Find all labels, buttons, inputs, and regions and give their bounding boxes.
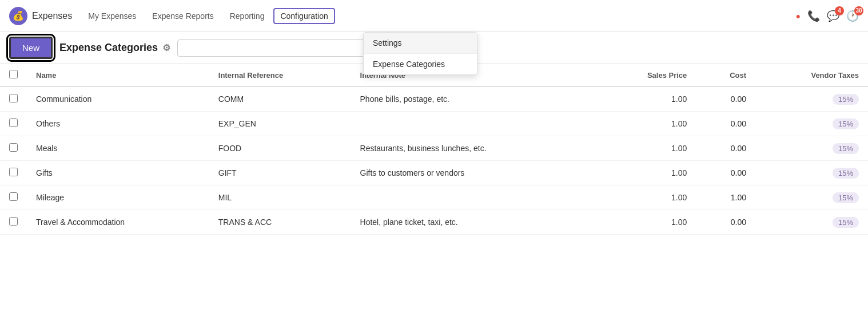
row-vendor-taxes: 15% [755, 210, 868, 235]
row-checkbox-cell[interactable] [0, 185, 27, 210]
table-row[interactable]: Others EXP_GEN 1.00 0.00 15% [0, 112, 868, 136]
row-sales-price: 1.00 [598, 86, 696, 112]
expense-categories-table: Name Internal Reference Internal Note Sa… [0, 64, 868, 235]
col-header-sales-price[interactable]: Sales Price [598, 64, 696, 86]
row-name[interactable]: Others [27, 112, 209, 136]
row-checkbox-cell[interactable] [0, 161, 27, 185]
row-checkbox[interactable] [9, 192, 18, 201]
nav-item-expense-reports[interactable]: Expense Reports [145, 8, 220, 24]
row-internal-note [351, 185, 598, 210]
row-checkbox[interactable] [9, 143, 18, 152]
vendor-tax-badge: 15% [833, 94, 859, 105]
row-internal-note: Gifts to customers or vendors [351, 161, 598, 185]
row-internal-reference: FOOD [209, 136, 351, 161]
header-select-all-cell[interactable] [0, 64, 27, 86]
table-row[interactable]: Gifts GIFT Gifts to customers or vendors… [0, 161, 868, 185]
row-internal-reference: TRANS & ACC [209, 210, 351, 235]
notification-icon-btn[interactable]: ● [796, 11, 801, 21]
app-name: Expenses [32, 11, 72, 21]
dropdown-item-expense-categories[interactable]: Expense Categories [364, 54, 477, 74]
clock-badge: 30 [854, 6, 863, 15]
row-cost: 0.00 [696, 136, 755, 161]
nav-item-configuration[interactable]: Configuration [273, 8, 335, 24]
row-internal-reference: MIL [209, 185, 351, 210]
nav-item-reporting[interactable]: Reporting [223, 8, 272, 24]
row-vendor-taxes: 15% [755, 185, 868, 210]
row-sales-price: 1.00 [598, 161, 696, 185]
row-checkbox-cell[interactable] [0, 210, 27, 235]
row-internal-note: Hotel, plane ticket, taxi, etc. [351, 210, 598, 235]
table-row[interactable]: Mileage MIL 1.00 1.00 15% [0, 185, 868, 210]
chat-icon-btn[interactable]: 💬 4 [827, 10, 839, 22]
row-sales-price: 1.00 [598, 185, 696, 210]
nav-logo[interactable]: 💰 Expenses [9, 7, 72, 25]
nav-menu: My Expenses Expense Reports Reporting Co… [81, 8, 791, 24]
chat-badge: 4 [835, 6, 844, 15]
table-row[interactable]: Travel & Accommodation TRANS & ACC Hotel… [0, 210, 868, 235]
notification-dot-icon: ● [796, 11, 801, 21]
row-cost: 1.00 [696, 185, 755, 210]
col-header-cost[interactable]: Cost [696, 64, 755, 86]
row-name[interactable]: Gifts [27, 161, 209, 185]
select-all-checkbox[interactable] [9, 70, 18, 78]
row-vendor-taxes: 15% [755, 161, 868, 185]
app-logo-icon: 💰 [9, 7, 27, 25]
row-cost: 0.00 [696, 210, 755, 235]
table-body: Communication COMM Phone bills, postage,… [0, 86, 868, 235]
vendor-tax-badge: 15% [833, 192, 859, 203]
row-internal-note [351, 112, 598, 136]
row-internal-note: Phone bills, postage, etc. [351, 86, 598, 112]
row-internal-reference: COMM [209, 86, 351, 112]
vendor-tax-badge: 15% [833, 143, 859, 154]
row-sales-price: 1.00 [598, 210, 696, 235]
clock-icon-btn[interactable]: 🕐 30 [846, 10, 859, 22]
row-vendor-taxes: 15% [755, 112, 868, 136]
new-button[interactable]: New [9, 37, 53, 59]
row-cost: 0.00 [696, 86, 755, 112]
row-checkbox-cell[interactable] [0, 136, 27, 161]
row-vendor-taxes: 15% [755, 86, 868, 112]
nav-right: ● 📞 💬 4 🕐 30 [796, 10, 859, 22]
row-internal-reference: GIFT [209, 161, 351, 185]
phone-icon: 📞 [807, 10, 820, 22]
phone-icon-btn[interactable]: 📞 [807, 10, 820, 22]
vendor-tax-badge: 15% [833, 217, 859, 228]
row-name[interactable]: Mileage [27, 185, 209, 210]
page-title-text: Expense Categories [59, 42, 158, 54]
row-checkbox[interactable] [9, 118, 18, 127]
row-vendor-taxes: 15% [755, 136, 868, 161]
row-sales-price: 1.00 [598, 136, 696, 161]
dropdown-item-settings[interactable]: Settings [364, 33, 477, 53]
navbar: 💰 Expenses My Expenses Expense Reports R… [0, 0, 868, 32]
row-checkbox[interactable] [9, 217, 18, 226]
row-checkbox-cell[interactable] [0, 86, 27, 112]
col-header-name[interactable]: Name [27, 64, 209, 86]
col-header-internal-reference[interactable]: Internal Reference [209, 64, 351, 86]
row-checkbox[interactable] [9, 168, 18, 176]
vendor-tax-badge: 15% [833, 118, 859, 129]
page-title-container: Expense Categories ⚙ [59, 42, 170, 54]
row-name[interactable]: Communication [27, 86, 209, 112]
row-name[interactable]: Meals [27, 136, 209, 161]
row-internal-note: Restaurants, business lunches, etc. [351, 136, 598, 161]
settings-gear-icon[interactable]: ⚙ [162, 42, 170, 53]
row-checkbox[interactable] [9, 94, 18, 102]
row-sales-price: 1.00 [598, 112, 696, 136]
expense-categories-table-container: Name Internal Reference Internal Note Sa… [0, 64, 868, 235]
row-checkbox-cell[interactable] [0, 112, 27, 136]
nav-item-my-expenses[interactable]: My Expenses [81, 8, 143, 24]
col-header-vendor-taxes[interactable]: Vendor Taxes [755, 64, 868, 86]
table-row[interactable]: Meals FOOD Restaurants, business lunches… [0, 136, 868, 161]
configuration-dropdown-menu: Settings Expense Categories [363, 32, 477, 75]
vendor-tax-badge: 15% [833, 168, 859, 179]
table-row[interactable]: Communication COMM Phone bills, postage,… [0, 86, 868, 112]
row-cost: 0.00 [696, 112, 755, 136]
row-cost: 0.00 [696, 161, 755, 185]
row-internal-reference: EXP_GEN [209, 112, 351, 136]
row-name[interactable]: Travel & Accommodation [27, 210, 209, 235]
